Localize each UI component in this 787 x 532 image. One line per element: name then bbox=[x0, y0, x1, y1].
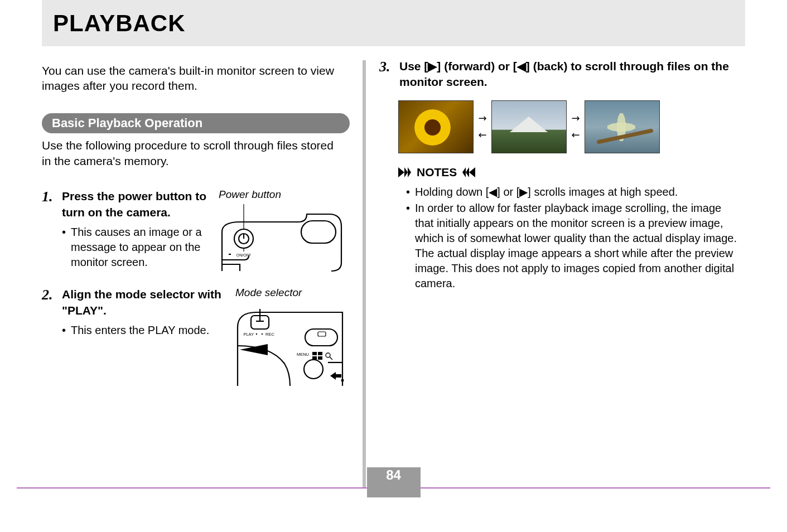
svg-rect-17 bbox=[318, 352, 322, 355]
step-1: 1. Press the power button to turn on the… bbox=[42, 188, 346, 277]
scroll-arrows: → ← bbox=[474, 113, 491, 140]
svg-point-20 bbox=[326, 353, 330, 357]
content-area: You can use the camera's built-in monito… bbox=[0, 59, 787, 494]
step-3: 3. Use [▶] (forward) or [◀] (back) to sc… bbox=[379, 59, 742, 90]
step-number: 3. bbox=[379, 59, 399, 90]
left-column: You can use the camera's built-in monito… bbox=[0, 59, 357, 494]
thumbnail-flower bbox=[398, 100, 474, 153]
camera-back-diagram: PLAY REC MENU bbox=[234, 302, 346, 386]
step-title: Use [▶] (forward) or [◀] (back) to scrol… bbox=[399, 59, 742, 90]
svg-line-21 bbox=[330, 357, 332, 360]
step-2: 2. Align the mode selector with "PLAY". … bbox=[42, 287, 346, 386]
notes-item: Holding down [◀] or [▶] scrolls images a… bbox=[406, 185, 742, 200]
figure-label: Mode selector bbox=[235, 287, 346, 299]
svg-rect-8 bbox=[318, 332, 326, 336]
thumbnail-mountain bbox=[491, 100, 567, 153]
triangle-left-icon bbox=[462, 167, 475, 177]
figure-power-button: Power button bbox=[218, 188, 346, 277]
arrow-left-icon: ← bbox=[571, 130, 580, 140]
section-description: Use the following procedure to scroll th… bbox=[42, 138, 346, 170]
thumbnail-dragonfly bbox=[585, 100, 660, 153]
image-scroll-strip: → ← → ← bbox=[398, 100, 742, 153]
svg-rect-0 bbox=[301, 221, 336, 243]
arrow-right-icon: → bbox=[478, 113, 486, 123]
svg-point-15 bbox=[262, 333, 263, 335]
triangle-right-icon bbox=[398, 167, 411, 177]
section-heading: Basic Playback Operation bbox=[42, 113, 350, 133]
camera-top-diagram: ON/OFF bbox=[218, 204, 346, 277]
svg-rect-18 bbox=[312, 356, 317, 360]
step-number: 1. bbox=[42, 188, 62, 277]
step-title: Press the power button to turn on the ca… bbox=[62, 188, 207, 220]
title-bar: PLAYBACK bbox=[42, 0, 745, 46]
notes-list: Holding down [◀] or [▶] scrolls images a… bbox=[406, 185, 742, 291]
step-number: 2. bbox=[42, 287, 62, 386]
step-title: Align the mode selector with "PLAY". bbox=[62, 287, 224, 318]
step-bullet: This causes an image or a message to app… bbox=[62, 225, 207, 270]
step-bullet: This enters the PLAY mode. bbox=[62, 323, 224, 338]
scroll-arrows: → ← bbox=[567, 113, 585, 140]
page-number: 84 bbox=[367, 467, 421, 497]
intro-text: You can use the camera's built-in monito… bbox=[42, 63, 346, 94]
rec-label: REC bbox=[265, 332, 274, 337]
svg-rect-16 bbox=[312, 352, 317, 355]
figure-label: Power button bbox=[219, 188, 346, 201]
arrow-left-icon: ← bbox=[478, 130, 486, 140]
svg-point-14 bbox=[256, 333, 257, 335]
arrow-right-icon: → bbox=[571, 113, 580, 123]
manual-page: PLAYBACK You can use the camera's built-… bbox=[0, 0, 787, 532]
menu-label: MENU bbox=[297, 352, 309, 357]
notes-title: NOTES bbox=[417, 166, 457, 179]
figure-mode-selector: Mode selector bbox=[234, 287, 346, 386]
notes-item: In order to allow for faster playback im… bbox=[406, 201, 742, 291]
svg-point-9 bbox=[304, 360, 323, 379]
right-column: 3. Use [▶] (forward) or [◀] (back) to sc… bbox=[357, 59, 787, 494]
on-off-label: ON/OFF bbox=[236, 253, 251, 257]
svg-point-22 bbox=[341, 379, 344, 382]
page-title: PLAYBACK bbox=[53, 10, 185, 37]
svg-rect-19 bbox=[318, 356, 322, 360]
notes-heading: NOTES bbox=[398, 166, 742, 179]
play-label: PLAY bbox=[243, 332, 254, 337]
